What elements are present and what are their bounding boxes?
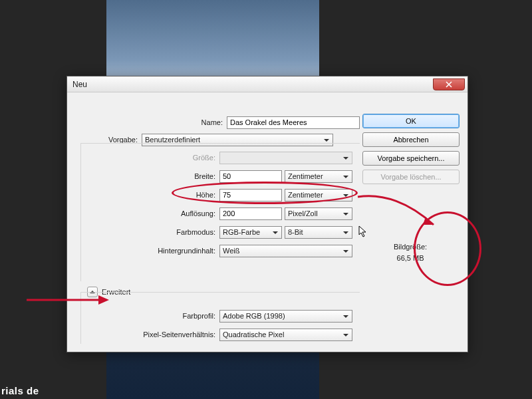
save-preset-button[interactable]: Vorgabe speichern... <box>362 151 460 166</box>
height-label: Höhe: <box>81 191 219 199</box>
height-unit-select[interactable]: Zentimeter <box>285 189 352 201</box>
cursor-icon <box>358 225 368 240</box>
colormode-value: RGB-Farbe <box>223 228 260 236</box>
width-input[interactable] <box>219 170 282 183</box>
profile-value: Adobe RGB (1998) <box>223 312 285 320</box>
profile-select[interactable]: Adobe RGB (1998) <box>219 310 352 323</box>
colormode-label: Farbmodus: <box>81 228 219 236</box>
watermark-text: rials de <box>1 385 39 396</box>
profile-label: Farbprofil: <box>81 312 219 320</box>
colormode-select[interactable]: RGB-Farbe <box>219 226 282 239</box>
dialog-title: Neu <box>72 80 87 89</box>
height-input[interactable] <box>219 189 282 201</box>
aspect-label: Pixel-Seitenverhältnis: <box>81 331 219 338</box>
resolution-unit-select[interactable]: Pixel/Zoll <box>285 207 352 220</box>
resolution-input[interactable] <box>219 207 282 220</box>
size-select <box>219 152 352 164</box>
aspect-value: Quadratische Pixel <box>223 331 284 338</box>
new-document-dialog: Neu Name: Vorgabe: Benutzerdefiniert OK … <box>66 76 468 352</box>
titlebar[interactable]: Neu <box>67 76 467 92</box>
resolution-label: Auflösung: <box>81 209 219 217</box>
image-size-value: 66,5 MB <box>377 253 444 264</box>
cancel-button[interactable]: Abbrechen <box>362 132 460 147</box>
background-select[interactable]: Weiß <box>219 245 352 257</box>
width-label: Breite: <box>81 172 219 180</box>
background-label: Hintergrundinhalt: <box>81 247 219 255</box>
ok-button[interactable]: OK <box>362 114 460 128</box>
background-value: Weiß <box>223 247 239 255</box>
aspect-select[interactable]: Quadratische Pixel <box>219 329 352 341</box>
delete-preset-button: Vorgabe löschen... <box>362 170 460 184</box>
colordepth-value: 8-Bit <box>288 228 303 236</box>
size-label: Größe: <box>81 154 219 162</box>
height-unit-value: Zentimeter <box>288 191 323 199</box>
close-icon <box>446 81 452 88</box>
width-unit-value: Zentimeter <box>288 172 323 180</box>
colordepth-select[interactable]: 8-Bit <box>285 226 352 239</box>
image-size-readout: Bildgröße: 66,5 MB <box>377 241 444 263</box>
name-input[interactable] <box>227 116 360 129</box>
image-size-label: Bildgröße: <box>377 241 444 253</box>
width-unit-select[interactable]: Zentimeter <box>285 170 352 183</box>
name-label: Name: <box>75 118 227 126</box>
resolution-unit-value: Pixel/Zoll <box>288 209 318 217</box>
close-button[interactable] <box>433 78 465 90</box>
